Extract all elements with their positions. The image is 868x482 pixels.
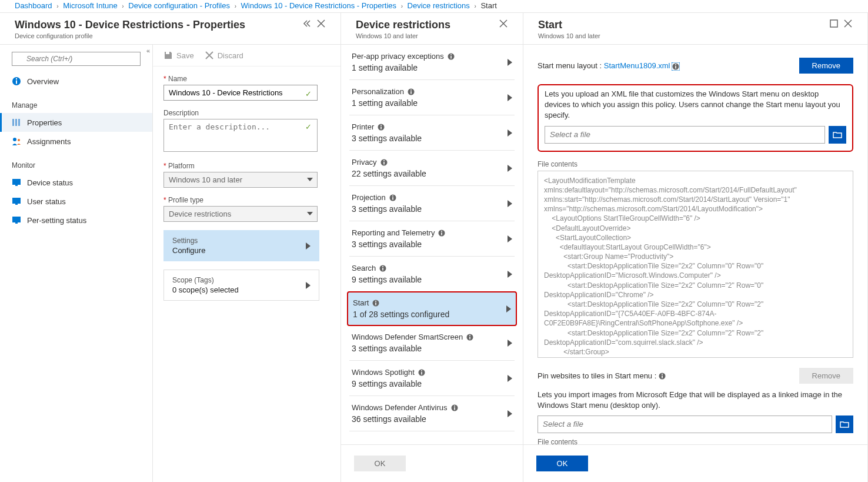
info-icon [389, 194, 396, 201]
sidebar-item-user-status[interactable]: User status [0, 192, 152, 211]
svg-point-51 [675, 64, 676, 65]
setting-row-search[interactable]: Search 9 settings available [349, 257, 515, 292]
file-select-input-2[interactable] [538, 415, 832, 433]
monitor-icon [12, 215, 21, 225]
info-icon[interactable] [659, 373, 666, 380]
sidebar-item-label: Assignments [27, 137, 71, 146]
file-contents-label-2: File contents [538, 438, 853, 444]
blade-subtitle: Device configuration profile [15, 32, 302, 39]
ok-button[interactable]: OK [354, 456, 406, 471]
scope-row[interactable]: Scope (Tags) 0 scope(s) selected [163, 270, 319, 301]
sidebar-item-per-setting-status[interactable]: Per-setting status [0, 211, 152, 230]
ok-button[interactable]: OK [536, 456, 588, 471]
svg-rect-31 [442, 232, 443, 235]
browse-button-2[interactable] [836, 415, 853, 433]
info-icon [379, 265, 386, 272]
search-input[interactable] [12, 52, 141, 66]
setting-row-privacy[interactable]: Privacy 22 settings available [349, 151, 515, 186]
svg-rect-53 [662, 375, 663, 378]
sidebar-section-manage: Manage [0, 91, 152, 113]
sidebar-item-overview[interactable]: Overview [0, 72, 152, 91]
assignments-icon [12, 137, 21, 146]
setting-row-per-app-privacy-exceptions[interactable]: Per-app privacy exceptions 1 setting ava… [349, 45, 515, 80]
svg-rect-11 [12, 198, 21, 204]
setting-row-printer[interactable]: Printer 3 settings available [349, 115, 515, 151]
crumb-dashboard[interactable]: Dashboard [15, 1, 52, 10]
name-label: Name [168, 75, 187, 83]
sidebar-item-assignments[interactable]: Assignments [0, 132, 152, 151]
setting-row-windows-spotlight[interactable]: Windows Spotlight 9 settings available [349, 361, 515, 396]
chevron-right-icon [508, 59, 512, 66]
sidebar-item-properties[interactable]: Properties [0, 113, 152, 132]
file-select-input[interactable] [545, 126, 825, 144]
svg-rect-34 [382, 268, 383, 271]
close-icon[interactable] [316, 19, 326, 28]
setting-row-reporting-and-telemetry[interactable]: Reporting and Telemetry 3 settings avail… [349, 221, 515, 257]
properties-icon [12, 118, 21, 127]
sidebar-item-label: Properties [27, 118, 62, 127]
svg-point-20 [410, 89, 412, 91]
info-icon [408, 88, 415, 95]
save-icon [163, 51, 173, 60]
close-icon[interactable] [843, 19, 853, 28]
setting-row-windows-defender-antivirus[interactable]: Windows Defender Antivirus 36 settings a… [349, 396, 515, 431]
platform-select[interactable] [163, 172, 318, 188]
crumb-intune[interactable]: Microsoft Intune [63, 1, 118, 10]
info-icon [448, 53, 455, 60]
svg-rect-9 [12, 179, 21, 185]
maximize-icon[interactable] [829, 19, 839, 28]
svg-rect-14 [15, 222, 18, 224]
info-icon [466, 334, 473, 341]
folder-icon [840, 421, 849, 428]
platform-label: Platform [168, 162, 195, 170]
sidebar-item-device-status[interactable]: Device status [0, 173, 152, 192]
info-icon [12, 77, 21, 86]
discard-icon [205, 51, 214, 60]
svg-rect-50 [675, 66, 676, 69]
monitor-icon [12, 178, 21, 187]
settings-row[interactable]: Settings Configure [163, 230, 319, 261]
svg-rect-5 [15, 119, 17, 126]
chevron-right-icon [508, 129, 512, 137]
info-icon [378, 124, 385, 131]
discard-button[interactable]: Discard [205, 51, 243, 60]
crumb-properties[interactable]: Windows 10 - Device Restrictions - Prope… [241, 1, 396, 10]
svg-rect-40 [470, 337, 471, 340]
chevron-right-icon [508, 271, 512, 278]
collapse-icon[interactable] [302, 19, 312, 28]
chevron-right-icon [508, 340, 512, 347]
description-input[interactable] [163, 119, 318, 152]
browse-button[interactable] [829, 126, 846, 144]
sidebar-item-label: Device status [27, 178, 73, 187]
svg-rect-12 [15, 204, 18, 205]
setting-row-projection[interactable]: Projection 3 settings available [349, 186, 515, 221]
remove-button[interactable]: Remove [799, 58, 853, 74]
close-icon[interactable] [499, 19, 508, 28]
svg-rect-37 [376, 303, 377, 305]
svg-point-44 [421, 370, 422, 371]
info-icon[interactable] [672, 63, 679, 70]
profile-select[interactable] [163, 206, 318, 222]
svg-point-38 [375, 301, 376, 302]
setting-row-windows-defender-smartscreen[interactable]: Windows Defender SmartScreen 3 settings … [349, 325, 515, 361]
xml-contents[interactable] [538, 171, 853, 358]
svg-point-35 [382, 266, 383, 267]
name-input[interactable] [163, 85, 318, 101]
setting-row-personalization[interactable]: Personalization 1 setting available [349, 80, 515, 115]
svg-rect-4 [12, 119, 14, 126]
svg-rect-48 [830, 20, 837, 27]
svg-point-32 [441, 231, 442, 232]
svg-rect-2 [16, 81, 17, 84]
svg-rect-46 [454, 407, 455, 410]
crumb-restrictions[interactable]: Device restrictions [408, 1, 470, 10]
layout-file-link[interactable]: StartMenu1809.xml [604, 61, 670, 70]
chevron-right-icon [508, 165, 512, 172]
svg-rect-10 [15, 185, 18, 186]
scope-value: 0 scope(s) selected [172, 285, 239, 294]
layout-label: Start menu layout : [538, 61, 602, 70]
blade-start: Start Windows 10 and later Start menu la… [523, 13, 868, 482]
save-button[interactable]: Save [163, 51, 194, 60]
folder-icon [833, 131, 842, 138]
setting-row-start[interactable]: Start 1 of 28 settings configured [347, 291, 517, 326]
crumb-profiles[interactable]: Device configuration - Profiles [128, 1, 230, 10]
